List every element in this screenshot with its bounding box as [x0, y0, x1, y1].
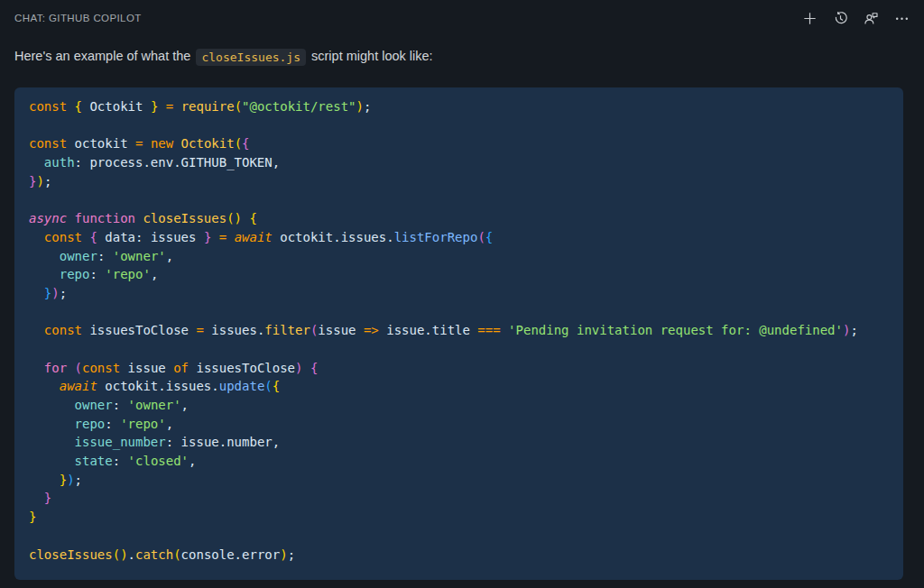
- message-text-before: Here's an example of what the: [14, 49, 194, 63]
- code-line: const octokit = new Octokit({: [29, 134, 889, 153]
- code-line: repo: 'repo',: [29, 415, 889, 434]
- code-content: const { Octokit } = require("@octokit/re…: [29, 97, 889, 564]
- code-line: [29, 303, 889, 322]
- header-actions: [799, 8, 911, 28]
- code-line: [29, 116, 889, 135]
- code-line: owner: 'owner',: [29, 396, 889, 415]
- code-line: await octokit.issues.update({: [29, 377, 889, 396]
- code-line: async function closeIssues() {: [29, 209, 889, 228]
- code-line: const { Octokit } = require("@octokit/re…: [29, 97, 889, 116]
- account-button[interactable]: [861, 8, 881, 28]
- copilot-chat-panel: { "header": { "title": "CHAT: GITHUB COP…: [0, 0, 924, 588]
- code-line: });: [29, 284, 889, 303]
- message-text-after: script might look like:: [308, 49, 433, 63]
- new-chat-button[interactable]: [799, 8, 819, 28]
- account-icon: [864, 11, 879, 26]
- code-line: owner: 'owner',: [29, 247, 889, 266]
- assistant-message: Here's an example of what the closeIssue…: [14, 47, 910, 66]
- history-button[interactable]: [830, 8, 850, 28]
- code-line: });: [29, 471, 889, 490]
- code-line: auth: process.env.GITHUB_TOKEN,: [29, 153, 889, 172]
- chat-header: CHAT: GITHUB COPILOT: [0, 0, 924, 28]
- code-line: });: [29, 172, 889, 191]
- code-line: issue_number: issue.number,: [29, 433, 889, 452]
- inline-code-chip: closeIssues.js: [196, 49, 306, 66]
- more-actions-button[interactable]: [892, 8, 911, 28]
- code-block: const { Octokit } = require("@octokit/re…: [14, 87, 903, 580]
- history-icon: [833, 11, 848, 26]
- code-line: [29, 340, 889, 359]
- code-line: const { data: issues } = await octokit.i…: [29, 228, 889, 247]
- code-line: }: [29, 489, 889, 508]
- code-line: const issuesToClose = issues.filter(issu…: [29, 321, 889, 340]
- ellipsis-icon: [894, 11, 910, 26]
- code-line: state: 'closed',: [29, 452, 889, 471]
- code-line: for (const issue of issuesToClose) {: [29, 359, 889, 378]
- code-line: }: [29, 508, 889, 527]
- code-line: repo: 'repo',: [29, 265, 889, 284]
- code-line: [29, 527, 889, 546]
- plus-icon: [802, 11, 818, 26]
- code-line: [29, 190, 889, 209]
- chat-panel-title: CHAT: GITHUB COPILOT: [14, 13, 142, 23]
- code-line: closeIssues().catch(console.error);: [29, 546, 889, 565]
